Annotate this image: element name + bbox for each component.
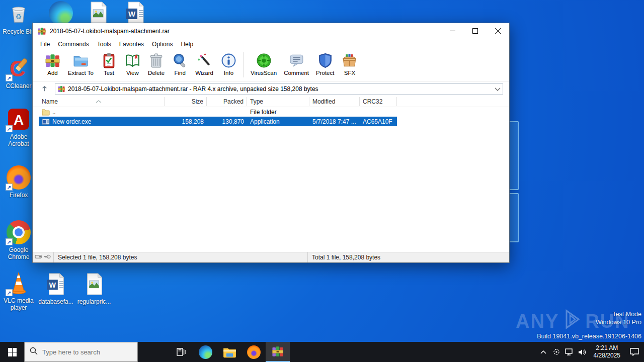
taskbar-winrar-button[interactable] [266,342,290,362]
address-combobox[interactable]: 2018-05-07-Lokibot-malspam-attachment.ra… [55,83,503,95]
find-button[interactable]: Find [168,51,192,77]
menu-options[interactable]: Options [148,40,177,49]
file-row-selected[interactable]: New order.exe 158,208 130,870 Applicatio… [39,117,397,126]
file-row-parent[interactable]: .. File folder [39,107,397,117]
desktop-icon-firefox[interactable]: ↗ Firefox [0,165,37,199]
column-header-modified[interactable]: Modified [309,97,360,106]
desktop-icon-image-file[interactable] [79,1,117,25]
desktop-icon-label: regularpric... [77,298,111,305]
wizard-button[interactable]: Wizard [192,51,217,77]
close-button[interactable] [487,23,509,39]
title-bar[interactable]: 2018-05-07-Lokibot-malspam-attachment.ra… [33,23,509,39]
desktop-icon-google-chrome[interactable]: ↗ Google Chrome [0,220,37,260]
vlc-icon: ↗ [7,271,31,295]
desktop-icon-recycle-bin[interactable]: ♻ Recycle Bin [0,2,37,35]
toolbar-label: Add [47,70,57,76]
svg-text:♻: ♻ [16,13,22,21]
menu-tools[interactable]: Tools [93,40,115,49]
protect-button[interactable]: Protect [312,51,338,77]
tray-chevron-up-icon[interactable] [537,350,550,354]
desktop-icon-word-file[interactable]: W [117,1,154,25]
menu-help[interactable]: Help [177,40,197,49]
desktop-icon-label: CCleaner [6,82,32,89]
up-one-level-button[interactable] [38,83,51,95]
menu-bar: File Commands Tools Favorites Options He… [33,39,509,50]
sfx-button[interactable]: SFX [338,51,361,77]
list-header: Name Size Packed Type Modified CRC32 [33,96,509,107]
extract-to-button[interactable]: Extract To [64,51,97,77]
taskbar-edge-button[interactable] [193,342,217,362]
extract-folder-icon [72,52,89,69]
toolbar-label: Wizard [195,70,213,76]
magic-wand-icon [196,52,213,69]
desktop-icon-label: databasefa... [38,298,73,305]
watermark-build: Build 19041.vb_release.191206-1406 [537,333,641,340]
menu-file[interactable]: File [36,40,54,49]
taskbar-firefox-button[interactable] [242,342,266,362]
taskbar-search[interactable] [24,342,138,362]
desktop-icon-regularpric-image[interactable]: regularpric... [75,272,113,305]
file-packed: 130,870 [207,117,247,126]
svg-text:W: W [49,281,56,289]
desktop-icon-label: Google Chrome [0,246,37,260]
column-header-crc32[interactable]: CRC32 [360,97,397,106]
toolbar-label: Find [174,70,185,76]
file-size [165,107,207,117]
winrar-books-icon [271,345,284,358]
sort-ascending-icon [96,96,102,105]
column-label: Modified [312,98,335,105]
virusscan-button[interactable]: VirusScan [247,51,280,77]
column-header-name[interactable]: Name [39,97,165,106]
toolbar-separator [244,52,244,77]
drive-icon[interactable] [35,253,42,262]
ccleaner-icon: C ↗ [7,56,31,80]
file-size: 158,208 [165,117,207,126]
maximize-button[interactable] [464,23,487,39]
shield-icon [317,52,334,69]
taskbar-file-explorer-button[interactable] [217,342,242,362]
column-header-type[interactable]: Type [247,97,309,106]
desktop-icon-adobe-acrobat[interactable]: A ↗ Adobe Acrobat [0,107,37,147]
minimize-button[interactable] [441,23,464,39]
column-header-size[interactable]: Size [165,97,207,106]
winrar-app-icon [37,27,46,36]
start-button[interactable] [0,342,24,362]
column-label: Type [250,98,263,105]
key-icon[interactable] [44,253,51,262]
desktop-icon-vlc[interactable]: ↗ VLC media player [0,271,37,311]
chevron-down-icon[interactable] [495,84,501,94]
delete-button[interactable]: Delete [144,51,168,77]
comment-button[interactable]: Comment [280,51,312,77]
clock-time: 2:21 AM [594,344,620,352]
winrar-books-icon [44,52,61,69]
desktop-icon-databasefa-doc[interactable]: W databasefa... [37,272,74,305]
adobe-acrobat-icon: A ↗ [7,107,31,131]
watermark-test-mode: Test Mode [596,310,641,318]
file-name: New order.exe [52,118,91,125]
desktop-icon-edge[interactable] [42,1,79,25]
toolbar-label: Test [104,70,114,76]
view-button[interactable]: View [121,51,144,77]
tray-app-icon[interactable] [550,348,563,356]
network-icon[interactable] [563,348,576,356]
desktop-icon-ccleaner[interactable]: C ↗ CCleaner [0,56,37,89]
add-button[interactable]: Add [41,51,64,77]
anyrun-play-icon [560,308,584,335]
search-input[interactable] [42,348,125,356]
taskbar-clock[interactable]: 2:21 AM 4/28/2025 [589,344,625,359]
task-view-icon [176,347,186,357]
column-label: Size [192,98,203,105]
shortcut-arrow-icon: ↗ [6,74,13,81]
magnifier-icon [172,52,188,69]
column-header-packed[interactable]: Packed [207,97,247,106]
action-center-icon[interactable] [625,348,644,356]
column-label: Packed [223,98,244,105]
test-button[interactable]: Test [97,51,121,77]
search-icon [30,347,38,357]
menu-commands[interactable]: Commands [54,40,93,49]
menu-favorites[interactable]: Favorites [115,40,148,49]
winrar-window: 2018-05-07-Lokibot-malspam-attachment.ra… [32,23,510,263]
volume-icon[interactable] [576,348,589,356]
info-button[interactable]: Info [217,51,240,77]
task-view-button[interactable] [169,342,193,362]
